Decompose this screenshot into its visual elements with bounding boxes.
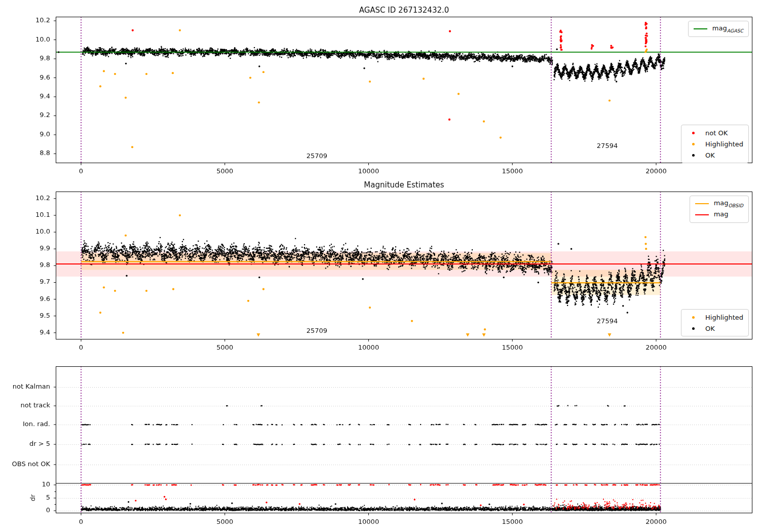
legend-label-highlighted-mid: Highlighted	[705, 314, 743, 321]
y-tick-label-plot2: 10.0	[2, 227, 50, 235]
legend-mag-lines: magOBSID mag	[690, 196, 749, 223]
category-label: dr > 5	[2, 440, 50, 447]
category-label: not track	[2, 401, 50, 409]
x-tick-label-plot2: 20000	[641, 344, 671, 351]
y-tick-label-plot1: 10.2	[2, 16, 50, 24]
plot-canvas	[0, 0, 760, 532]
y-tick-label-plot2: 9.5	[2, 312, 50, 319]
y-tick-label-plot1: 8.8	[2, 149, 50, 157]
obsid-label: 27594	[597, 317, 618, 324]
x-tick-label-plot3: 20000	[641, 518, 671, 525]
legend-entry-ok-mid: OK	[687, 323, 743, 334]
dr-tick-label: 0	[2, 506, 50, 514]
legend-label-not-ok: not OK	[705, 129, 728, 137]
y-tick-label-plot2: 10.1	[2, 211, 50, 218]
y-tick-label-plot1: 9.2	[2, 111, 50, 119]
y-tick-label-plot2: 9.8	[2, 261, 50, 269]
legend-point-classes-top: not OK Highlighted OK	[681, 125, 749, 163]
figure-title: AGASC ID 267132432.0	[56, 6, 752, 15]
y-tick-label-plot2: 9.9	[2, 244, 50, 252]
dr-tick-label: 5	[2, 493, 50, 501]
x-tick-label-plot3: 10000	[353, 518, 384, 525]
dr-axis-label: dr	[29, 495, 36, 502]
y-tick-label-plot1: 9.6	[2, 73, 50, 81]
y-tick-label-plot2: 9.4	[2, 328, 50, 336]
y-tick-label-plot2: 9.6	[2, 295, 50, 302]
x-tick-label-plot2: 0	[66, 344, 96, 351]
legend-mag-agasc: magAGASC	[688, 21, 749, 37]
magnitude-estimates-title: Magnitude Estimates	[56, 180, 752, 189]
legend-entry-mag-agasc: magAGASC	[694, 23, 743, 34]
x-tick-label-plot1: 10000	[353, 167, 384, 175]
legend-label-mag: mag	[714, 210, 729, 219]
legend-label-mag-obsid: magOBSID	[714, 199, 743, 208]
legend-label-mag-agasc: magAGASC	[712, 24, 743, 33]
highlighted-dot-swatch	[692, 316, 695, 319]
y-tick-label-plot1: 9.8	[2, 54, 50, 62]
x-tick-label-plot1: 5000	[210, 167, 240, 175]
x-tick-label-plot2: 5000	[210, 344, 240, 351]
x-tick-label-plot1: 20000	[641, 167, 671, 175]
obsid-label: 25709	[307, 327, 327, 334]
legend-entry-highlighted: Highlighted	[687, 138, 743, 149]
legend-label-ok: OK	[705, 151, 715, 159]
x-tick-label-plot3: 0	[66, 518, 96, 525]
ok-dot-swatch	[692, 154, 695, 157]
x-tick-label-plot3: 15000	[497, 518, 527, 525]
not-ok-dot-swatch	[692, 132, 695, 134]
legend-entry-mag: mag	[695, 209, 743, 220]
ok-dot-swatch	[692, 327, 695, 330]
highlighted-dot-swatch	[692, 143, 695, 145]
legend-entry-ok: OK	[687, 149, 743, 161]
mag-line-swatch	[695, 214, 709, 215]
category-label: Ion. rad.	[2, 420, 50, 428]
obsid-label: 27594	[597, 141, 618, 149]
legend-point-classes-middle: Highlighted OK	[681, 309, 749, 336]
x-tick-label-plot1: 15000	[497, 167, 527, 175]
x-tick-label-plot1: 0	[66, 167, 96, 175]
figure: AGASC ID 267132432.0 Magnitude Estimates…	[0, 0, 760, 532]
y-tick-label-plot1: 9.4	[2, 92, 50, 100]
dr-tick-label: 10	[2, 480, 50, 488]
mag-agasc-line-swatch	[694, 28, 707, 29]
y-tick-label-plot1: 9.0	[2, 130, 50, 138]
legend-label-ok-mid: OK	[705, 325, 715, 332]
category-label: OBS not OK	[2, 460, 50, 468]
obsid-label: 25709	[307, 152, 327, 160]
legend-entry-mag-obsid: magOBSID	[695, 198, 743, 209]
x-tick-label-plot2: 10000	[353, 344, 384, 351]
y-tick-label-plot2: 9.7	[2, 278, 50, 285]
x-tick-label-plot2: 15000	[497, 344, 527, 351]
legend-entry-highlighted-mid: Highlighted	[687, 312, 743, 323]
mag-obsid-line-swatch	[695, 203, 709, 204]
category-label: not Kalman	[2, 383, 50, 390]
y-tick-label-plot1: 10.0	[2, 35, 50, 43]
x-tick-label-plot3: 5000	[210, 518, 240, 525]
y-tick-label-plot2: 10.2	[2, 194, 50, 202]
legend-entry-not-ok: not OK	[687, 127, 743, 138]
legend-label-highlighted: Highlighted	[705, 140, 743, 148]
